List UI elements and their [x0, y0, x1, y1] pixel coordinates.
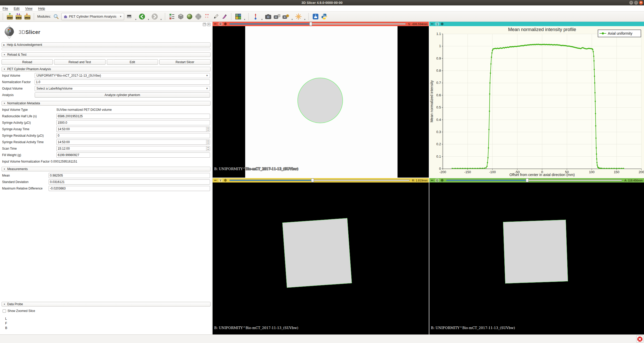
spin-buttons[interactable]: ▲▼	[206, 140, 210, 145]
restart-slicer-button[interactable]: Restart Slicer	[159, 59, 211, 65]
window-titlebar[interactable]: 3D Slicer 4.9.0-0000-00-00 – □ ✕	[0, 0, 644, 5]
section-help-acknowledgement[interactable]: ▶ Help & Acknowledgement	[2, 42, 211, 47]
mean-field[interactable]	[49, 173, 210, 178]
back-dropdown-arrow[interactable]: ▼	[147, 18, 149, 21]
screenshot-icon[interactable]	[265, 13, 272, 20]
yellow-slice-controller-bar[interactable]: Y R: 1.819mm	[213, 178, 429, 183]
extensions-manager-icon[interactable]	[312, 13, 319, 20]
chart-content[interactable]: 00.10.20.30.40.50.60.70.80.911.1-200-150…	[429, 26, 644, 178]
slider-groove[interactable]	[229, 23, 406, 25]
module-list-icon[interactable]	[168, 13, 176, 20]
forward-dropdown-arrow[interactable]: ▼	[160, 18, 162, 21]
python-console-icon[interactable]	[321, 13, 328, 20]
models-cube-icon[interactable]	[177, 13, 184, 20]
crosshair-icon[interactable]	[295, 13, 302, 20]
green-slice-offset-slider[interactable]	[446, 179, 622, 181]
chart-view[interactable]: 1 00.10.20.30.40.50.60.70.80.911.1-200-1…	[429, 22, 644, 178]
spin-down-icon[interactable]: ▼	[206, 142, 210, 144]
syringe-residual-activity-field[interactable]	[56, 133, 210, 138]
history-dropdown-arrow[interactable]: ▼	[135, 18, 137, 21]
menu-file[interactable]: File	[3, 6, 8, 10]
spin-up-icon[interactable]: ▲	[206, 146, 210, 149]
yellow-slice-content[interactable]: B: UNIFORMITY^Bio-mCT_2017-11-13_(SUVbw)	[213, 183, 429, 334]
module-search-icon[interactable]	[53, 13, 60, 20]
pushpin-icon[interactable]	[431, 22, 434, 26]
green-slice-view[interactable]: G A: 118.456mm B: UNIFORMITY^Bio-mCT_201…	[429, 178, 644, 334]
red-slice-controller-bar[interactable]: R S: -606.594mm	[213, 22, 429, 26]
menu-edit[interactable]: Edit	[14, 6, 19, 10]
close-panel-icon[interactable]: ✕	[207, 23, 211, 26]
input-volume-combobox[interactable]: UNIFORMITY^Bio-mCT_2017-11-13_(SUVbw) ▼	[35, 73, 210, 78]
menu-view[interactable]: View	[25, 6, 32, 10]
module-history-icon[interactable]	[126, 13, 133, 20]
section-normalization-metadata[interactable]: ▼ Normalization Metadata	[2, 101, 211, 106]
spin-buttons[interactable]: ▲▼	[206, 146, 210, 151]
slider-groove[interactable]	[229, 180, 410, 181]
green-slice-controller-bar[interactable]: G A: 118.456mm	[429, 178, 644, 183]
mouse-mode-icon[interactable]	[252, 13, 259, 20]
spin-buttons[interactable]: ▲▼	[206, 127, 210, 132]
toolbar-handle[interactable]	[3, 13, 4, 20]
slider-handle[interactable]	[309, 22, 312, 26]
spin-down-icon[interactable]: ▼	[206, 149, 210, 151]
edit-button[interactable]: Edit	[107, 59, 158, 65]
chart-view-controller-bar[interactable]: 1	[429, 22, 644, 26]
maximize-button[interactable]: □	[634, 1, 638, 5]
save-icon[interactable]: SAVE	[24, 13, 31, 20]
dicom-icon[interactable]: DCM	[15, 13, 22, 20]
section-measurements[interactable]: ▼ Measurements	[2, 167, 211, 171]
pencil-icon[interactable]	[212, 13, 220, 20]
module-back-icon[interactable]	[138, 13, 146, 20]
spin-up-icon[interactable]: ▲	[206, 127, 210, 129]
section-data-probe[interactable]: ▼ Data Probe	[2, 302, 211, 306]
slider-groove[interactable]	[446, 180, 622, 181]
module-forward-icon[interactable]	[151, 13, 158, 20]
scan-time-field[interactable]	[56, 146, 206, 151]
scene-view-capture-icon[interactable]	[273, 13, 281, 20]
maximum-relative-difference-field[interactable]	[49, 186, 210, 191]
slice-menu-icon[interactable]	[224, 22, 227, 26]
chart-menu-icon[interactable]	[440, 22, 444, 26]
reload-and-test-button[interactable]: Reload and Test	[54, 59, 105, 65]
close-button[interactable]: ✕	[639, 1, 643, 5]
syringe-residual-activity-time-field[interactable]	[56, 140, 206, 145]
syringe-assay-time-field[interactable]	[56, 127, 206, 132]
paint-icon[interactable]	[221, 13, 228, 20]
slider-handle[interactable]	[526, 178, 529, 182]
mesh-sphere-icon[interactable]	[195, 13, 202, 20]
fiducials-icon[interactable]: * * * *	[204, 13, 211, 20]
pushpin-icon[interactable]	[214, 179, 217, 182]
undock-panel-icon[interactable]: ❐	[203, 23, 206, 26]
normalization-factor-field[interactable]	[35, 79, 210, 85]
green-slice-content[interactable]: B: UNIFORMITY^Bio-mCT_2017-11-13_(SUVbw)	[429, 183, 644, 334]
error-log-button[interactable]	[636, 335, 643, 342]
menu-help[interactable]: Help	[38, 6, 45, 10]
analyze-cylinder-phantom-button[interactable]: Analyze cylinder phantom	[35, 92, 210, 98]
section-reload-test[interactable]: ▼ Reload & Test	[2, 52, 211, 57]
scene-view-restore-icon[interactable]	[282, 13, 289, 20]
red-slice-content[interactable]: B: UNIFORMITY^Bio-mCT_2017-11-13_(SUVbw)	[213, 26, 429, 178]
yellow-slice-offset-slider[interactable]	[229, 179, 410, 181]
pushpin-icon[interactable]	[214, 22, 217, 26]
sceneviews-dropdown-arrow[interactable]: ▼	[291, 18, 293, 21]
layout-dropdown-arrow[interactable]: ▼	[244, 18, 246, 21]
radionuclide-half-life-field[interactable]	[56, 114, 210, 119]
slice-menu-icon[interactable]	[440, 179, 444, 182]
section-pet-cylinder-phantom-analysis[interactable]: ▼ PET Cylinder Phantom Analysis	[2, 67, 211, 71]
standard-deviation-field[interactable]	[49, 179, 210, 185]
red-slice-view[interactable]: R S: -606.594mm B: UNIFORMITY^Bio-mCT_20…	[213, 22, 429, 178]
mouse-mode-dropdown-arrow[interactable]: ▼	[261, 18, 263, 21]
slice-menu-icon[interactable]	[224, 179, 227, 182]
slider-handle[interactable]	[311, 178, 314, 182]
module-selector-combobox[interactable]: PET Cylinder Phantom Analysis ▼	[61, 13, 124, 20]
reload-button[interactable]: Reload	[2, 59, 53, 65]
red-slice-offset-slider[interactable]	[229, 23, 406, 25]
yellow-slice-view[interactable]: Y R: 1.819mm B: UNIFORMITY^Bio-mCT_2017-…	[213, 178, 429, 334]
spin-up-icon[interactable]: ▲	[206, 140, 210, 142]
layout-selector-icon[interactable]	[235, 13, 242, 20]
output-volume-combobox[interactable]: Select a LabelMapVolume ▼	[35, 86, 210, 91]
volume-sphere-icon[interactable]	[186, 13, 193, 20]
syringe-activity-field[interactable]	[56, 120, 210, 125]
load-data-icon[interactable]: DATA	[6, 13, 13, 20]
show-zoomed-slice-checkbox[interactable]	[3, 309, 6, 313]
